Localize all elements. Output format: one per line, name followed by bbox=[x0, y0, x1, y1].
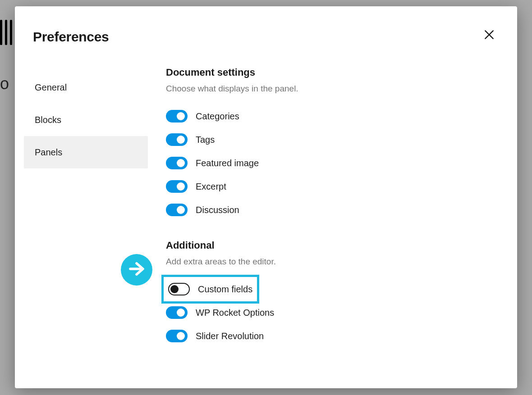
section-title: Additional bbox=[166, 240, 490, 251]
toggle-row-wp-rocket-options: WP Rocket Options bbox=[166, 301, 490, 324]
tab-label: Blocks bbox=[35, 115, 61, 125]
modal-header: Preferences bbox=[15, 6, 517, 56]
tab-general[interactable]: General bbox=[24, 71, 148, 104]
toggle-row-categories: Categories bbox=[166, 104, 490, 128]
close-button[interactable] bbox=[479, 25, 499, 45]
toggle-label: WP Rocket Options bbox=[196, 308, 274, 318]
toggle-categories[interactable] bbox=[166, 110, 188, 123]
section-additional: Additional Add extra areas to the editor… bbox=[166, 240, 490, 348]
background-decoration bbox=[0, 20, 14, 45]
toggle-label: Slider Revolution bbox=[196, 331, 264, 341]
tabs-nav: General Blocks Panels bbox=[24, 56, 148, 366]
toggle-custom-fields[interactable] bbox=[168, 283, 190, 295]
toggle-tags[interactable] bbox=[166, 133, 188, 146]
toggle-excerpt[interactable] bbox=[166, 180, 188, 193]
toggle-label: Tags bbox=[196, 135, 215, 145]
preferences-modal: Preferences General Blocks Panels bbox=[15, 6, 517, 388]
toggle-label: Featured image bbox=[196, 158, 259, 168]
tab-label: Panels bbox=[35, 147, 62, 158]
toggle-wp-rocket-options[interactable] bbox=[166, 306, 188, 319]
toggle-row-custom-fields: Custom fields bbox=[166, 277, 490, 301]
modal-title: Preferences bbox=[33, 29, 109, 45]
panels-content: Document settings Choose what displays i… bbox=[148, 56, 508, 366]
toggle-row-tags: Tags bbox=[166, 128, 490, 151]
toggle-discussion[interactable] bbox=[166, 204, 188, 216]
toggle-row-excerpt: Excerpt bbox=[166, 175, 490, 198]
section-description: Add extra areas to the editor. bbox=[166, 257, 490, 267]
tab-label: General bbox=[35, 82, 67, 93]
toggle-label: Discussion bbox=[196, 205, 239, 215]
section-document-settings: Document settings Choose what displays i… bbox=[166, 67, 490, 222]
toggle-label: Excerpt bbox=[196, 182, 226, 192]
tab-blocks[interactable]: Blocks bbox=[24, 104, 148, 136]
tab-panels[interactable]: Panels bbox=[24, 136, 148, 168]
toggle-label: Categories bbox=[196, 111, 239, 122]
annotation-arrow bbox=[121, 254, 152, 286]
section-title: Document settings bbox=[166, 67, 490, 78]
toggle-row-featured-image: Featured image bbox=[166, 151, 490, 175]
section-description: Choose what displays in the panel. bbox=[166, 84, 490, 94]
arrow-right-icon bbox=[127, 259, 146, 280]
toggle-row-discussion: Discussion bbox=[166, 198, 490, 222]
toggle-slider-revolution[interactable] bbox=[166, 330, 188, 342]
modal-body: General Blocks Panels Docum bbox=[15, 56, 517, 366]
annotation-highlight-box: Custom fields bbox=[161, 275, 259, 304]
toggle-label: Custom fields bbox=[198, 284, 252, 295]
toggle-featured-image[interactable] bbox=[166, 157, 188, 169]
toggle-row-slider-revolution: Slider Revolution bbox=[166, 324, 490, 348]
background-partial-text: e to bbox=[0, 74, 9, 93]
close-icon bbox=[483, 29, 495, 42]
